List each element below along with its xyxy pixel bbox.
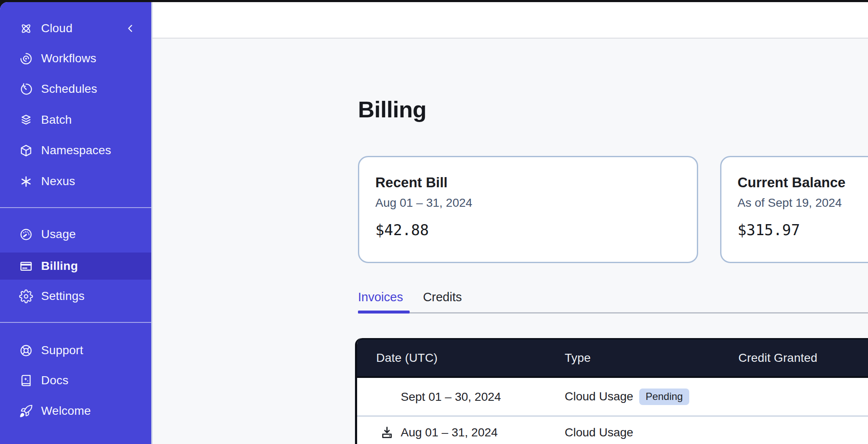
invoice-date: Aug 01 – 31, 2024 — [401, 426, 498, 439]
recent-bill-card: Recent Bill Aug 01 – 31, 2024 $42.88 — [358, 156, 698, 263]
sidebar-item-settings[interactable]: Settings — [0, 283, 151, 310]
table-row[interactable]: Aug 01 – 31, 2024 Cloud Usage — [357, 416, 868, 444]
page-title: Billing — [358, 96, 426, 122]
sidebar-divider — [0, 207, 151, 208]
sidebar-brand-label: Cloud — [41, 22, 72, 35]
invoice-date: Sept 01 – 30, 2024 — [401, 390, 501, 404]
table-row[interactable]: Sept 01 – 30, 2024 Cloud Usage Pending — [357, 378, 868, 416]
card-period: Aug 01 – 31, 2024 — [375, 197, 697, 210]
sidebar-item-docs[interactable]: Docs — [0, 367, 151, 394]
sidebar-item-namespaces[interactable]: Namespaces — [0, 137, 151, 164]
topbar — [153, 2, 868, 39]
sidebar-item-workflows[interactable]: Workflows — [0, 45, 151, 72]
billing-tabs: Invoices Credits — [358, 289, 462, 305]
sidebar-item-nexus[interactable]: Nexus — [0, 168, 151, 195]
batch-icon — [19, 113, 33, 127]
settings-icon — [19, 289, 33, 303]
invoices-table: Date (UTC) Type Credit Granted Sept 01 –… — [355, 338, 868, 444]
invoice-type: Cloud Usage — [565, 426, 633, 439]
usage-icon — [19, 228, 33, 241]
sidebar-item-usage[interactable]: Usage — [0, 221, 151, 248]
docs-icon — [19, 374, 33, 388]
column-header-date: Date (UTC) — [376, 351, 565, 365]
download-invoice-button[interactable] — [380, 425, 394, 440]
sidebar: Cloud Workflows — [0, 2, 153, 444]
sidebar-item-schedules[interactable]: Schedules — [0, 75, 151, 103]
billing-icon — [19, 259, 33, 273]
namespaces-icon — [19, 144, 33, 158]
column-header-type: Type — [565, 351, 738, 365]
card-title: Current Balance — [738, 175, 868, 190]
sidebar-item-welcome[interactable]: Welcome — [0, 397, 151, 425]
sidebar-item-support[interactable]: Support — [0, 337, 151, 364]
invoice-type: Cloud Usage — [565, 390, 633, 403]
schedules-icon — [19, 82, 33, 96]
welcome-rocket-icon — [19, 404, 33, 418]
nexus-icon — [19, 175, 33, 189]
tabs-divider — [358, 312, 868, 314]
sidebar-item-billing[interactable]: Billing — [0, 253, 151, 280]
card-period: As of Sept 19, 2024 — [738, 197, 868, 210]
download-icon — [380, 425, 394, 439]
card-title: Recent Bill — [375, 175, 697, 190]
current-balance-card: Current Balance As of Sept 19, 2024 $315… — [720, 156, 868, 263]
support-icon — [19, 344, 33, 358]
sidebar-collapse-button[interactable] — [122, 20, 139, 37]
column-header-credit: Credit Granted — [738, 351, 868, 365]
desktop-background: Cloud Workflows — [0, 0, 868, 444]
app-window: Cloud Workflows — [0, 2, 868, 444]
active-tab-underline — [358, 311, 410, 314]
sidebar-brand-cloud[interactable]: Cloud — [0, 15, 151, 42]
table-header-row: Date (UTC) Type Credit Granted — [357, 338, 868, 378]
sidebar-divider — [0, 322, 151, 323]
sidebar-item-batch[interactable]: Batch — [0, 106, 151, 133]
download-slot-empty — [380, 390, 394, 404]
chevron-left-icon — [125, 23, 136, 34]
temporal-logo-icon — [19, 22, 33, 36]
card-amount: $42.88 — [375, 222, 697, 239]
tab-invoices[interactable]: Invoices — [358, 289, 403, 305]
workflows-icon — [19, 52, 33, 66]
tab-credits[interactable]: Credits — [423, 289, 462, 305]
card-amount: $315.97 — [738, 222, 868, 239]
status-badge-pending: Pending — [639, 388, 689, 405]
